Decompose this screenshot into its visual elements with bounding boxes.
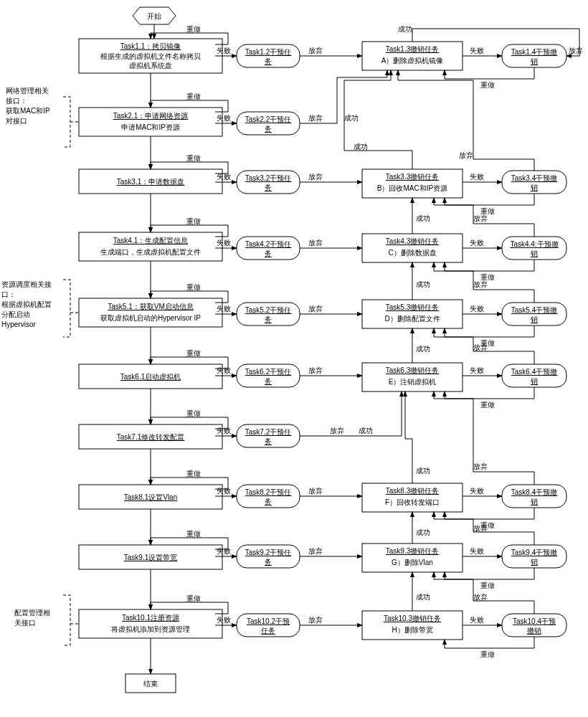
svg-text:成功: 成功 (416, 345, 430, 353)
task-2-2-l1: Task2.2干预任 (245, 115, 291, 123)
task-9-4-l1: Task9.4干预撤 (511, 549, 557, 556)
svg-text:放弃: 放弃 (473, 343, 488, 351)
edge-fail-r: 失败 (470, 47, 484, 54)
task-3-1-title: Task3.1：申请数据盘 (117, 178, 184, 186)
task-3-3-desc: B）回收MAC和IP资源 (377, 184, 447, 192)
svg-text:失败: 失败 (217, 487, 231, 495)
task-9-1-title: Task9.1设置带宽 (124, 554, 177, 561)
task-4-3-desc: C）删除数据盘 (388, 249, 436, 257)
svg-text:失败: 失败 (470, 239, 484, 247)
task-6-4-l2: 销 (530, 377, 538, 385)
svg-text:成功: 成功 (416, 593, 430, 601)
task-4-1-title: Task4.1：生成配置信息 (113, 237, 188, 244)
task-8-4-l2: 销 (530, 498, 538, 505)
svg-text:放弃: 放弃 (308, 305, 323, 313)
svg-text:放弃: 放弃 (473, 524, 488, 532)
svg-text:失败: 失败 (217, 366, 231, 374)
start-label: 开始 (147, 12, 161, 20)
task-6-2-l2: 务 (265, 377, 272, 385)
task-9-4-l2: 销 (530, 558, 538, 566)
task-9-3-desc: G）删除Vlan (392, 559, 433, 566)
task-9-3-title: Task9.3撤销任务 (386, 547, 439, 555)
svg-text:重做: 重做 (480, 401, 495, 409)
row-2: Task2.1：申请网络资源 申请MAC和IP资源 重做 失败 Task2.2干… (6, 70, 387, 147)
task-4-3-title: Task4.3撤销任务 (386, 237, 439, 245)
svg-text:放弃: 放弃 (308, 239, 323, 247)
task-6-1-title: Task6.1启动虚拟机 (120, 373, 181, 381)
svg-text:失败: 失败 (217, 616, 231, 624)
svg-text:放弃: 放弃 (473, 462, 488, 470)
svg-text:放弃: 放弃 (473, 593, 488, 601)
svg-text:重做: 重做 (186, 154, 201, 162)
svg-text:重做: 重做 (480, 650, 495, 658)
task-4-4-l1: Task4.4:干预撤 (510, 240, 558, 248)
svg-text:重做: 重做 (186, 349, 201, 357)
task-3-4-l2: 销 (530, 184, 538, 191)
svg-text:关接口: 关接口 (14, 619, 36, 627)
task-1-2-l2: 务 (265, 57, 272, 65)
task-10-2-l1: Task10.2干预 (247, 617, 290, 625)
svg-text:放弃: 放弃 (308, 616, 323, 624)
svg-text:失败: 失败 (470, 366, 484, 374)
anno-net-l1: 网络管理相关 (6, 87, 49, 95)
task-10-1-desc: 将虚拟机添加到资源管理 (110, 625, 190, 633)
task-4-2-l1: Task4.2干预任 (245, 240, 291, 248)
svg-text:重做: 重做 (186, 92, 201, 100)
svg-text:成功: 成功 (416, 467, 430, 475)
svg-text:放弃: 放弃 (308, 366, 323, 374)
svg-text:失败: 失败 (217, 173, 231, 181)
task-7-2-l1: Task7.2干预任 (245, 428, 291, 436)
task-3-4-l1: Task3.4干预撤 (511, 174, 557, 182)
edge-giveup-r1r: 放弃 (569, 47, 583, 54)
task-6-3-desc: E）注销虚拟机 (389, 378, 437, 386)
task-10-3-title: Task10.3撤销任务 (384, 614, 441, 622)
task-2-1-title: Task2.1：申请网络资源 (113, 112, 188, 120)
task-3-3-title: Task3.3撤销任务 (386, 173, 439, 181)
task-7-1-title: Task7.1修改转发配置 (117, 433, 184, 441)
task-8-2-l1: Task8.2干预任 (245, 488, 291, 496)
svg-text:放弃: 放弃 (473, 214, 488, 222)
flowchart: 开始 Task1.1：拷贝镜像 根据生成的虚拟机文件名称拷贝 虚拟机系统盘 重做… (0, 0, 588, 717)
task-9-2-l2: 务 (265, 558, 272, 566)
task-5-1-title: Task5.1：获取VM启动信息 (108, 303, 193, 310)
task-1-4-l1: Task1.4干预撤 (511, 48, 557, 56)
svg-text:分配启动: 分配启动 (1, 310, 30, 318)
svg-text:成功: 成功 (354, 143, 368, 151)
task-4-4-l2: 销 (530, 250, 538, 257)
svg-text:成功: 成功 (416, 214, 430, 222)
task-6-2-l1: Task6.2干预任 (245, 368, 291, 376)
edge-redo: 重做 (186, 25, 201, 33)
svg-text:失败: 失败 (470, 487, 484, 495)
anno-sched-l1: 资源调度相关接 (1, 280, 52, 288)
svg-text:成功: 成功 (416, 528, 430, 536)
row-8: Task8.1设置Vlan 重做 失败 Task8.2干预任 务 放弃 Task… (79, 391, 566, 529)
svg-text:Hypervisor: Hypervisor (1, 320, 36, 328)
anno-cfg-l1: 配置管理相 (14, 609, 50, 617)
svg-text:放弃: 放弃 (459, 151, 473, 159)
svg-text:失败: 失败 (217, 239, 231, 247)
task-2-1-desc: 申请MAC和IP资源 (121, 123, 180, 131)
svg-text:放弃: 放弃 (308, 114, 323, 122)
svg-text:对接口: 对接口 (6, 117, 27, 125)
svg-text:成功: 成功 (416, 280, 430, 288)
svg-text:失败: 失败 (470, 616, 484, 624)
edge-fail: 失败 (217, 47, 231, 54)
row-3: Task3.1：申请数据盘 重做 失败 Task3.2干预任 务 放弃 Task… (79, 70, 566, 215)
task-10-4-l1: Task10.4干预 (513, 617, 556, 625)
task-1-1-desc: 根据生成的虚拟机文件名称拷贝 (100, 52, 201, 60)
svg-text:失败: 失败 (217, 547, 231, 555)
task-8-1-title: Task8.1设置Vlan (124, 493, 177, 501)
svg-text:获取MAC和IP: 获取MAC和IP (6, 107, 50, 115)
svg-text:失败: 失败 (217, 305, 231, 313)
svg-text:失败: 失败 (217, 114, 231, 122)
task-7-2-l2: 务 (265, 437, 272, 445)
task-8-3-desc: F）回收转发端口 (385, 498, 440, 506)
task-8-3-title: Task8.3撤销任务 (386, 487, 439, 495)
svg-text:接口：: 接口： (6, 97, 27, 105)
svg-text:放弃: 放弃 (308, 173, 323, 181)
task-8-2-l2: 务 (265, 498, 272, 505)
task-1-1-desc2: 虚拟机系统盘 (129, 62, 172, 70)
task-5-2-l2: 务 (265, 315, 272, 323)
edge-giveup: 放弃 (308, 47, 323, 54)
task-1-3-desc: A）删除虚拟机镜像 (381, 57, 444, 65)
